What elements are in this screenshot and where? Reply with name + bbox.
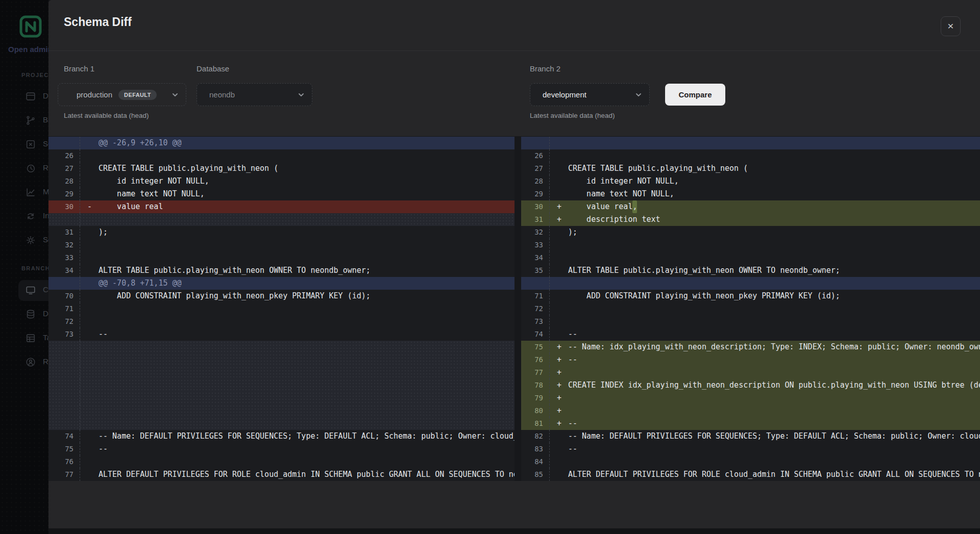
database-select[interactable]: neondb (197, 83, 312, 106)
diff-marker (557, 315, 568, 328)
hunk-text (550, 137, 980, 149)
line-number: 32 (48, 239, 80, 251)
sidebar-section-branches: BRANCHES (21, 265, 48, 271)
sidebar-item-databases[interactable]: Databases (0, 302, 48, 326)
diff-placeholder-row (48, 366, 514, 379)
sidebar-item-monitoring[interactable]: Monitoring (0, 181, 48, 205)
schema-diff-modal: Schema Diff × Branch 1 production DEFAUL… (48, 0, 980, 528)
dashboard-icon (25, 91, 36, 102)
line-number: 73 (521, 315, 550, 328)
sidebar-item-computes[interactable]: Computes (0, 278, 48, 302)
code-line (80, 392, 514, 404)
diff-marker (87, 468, 99, 481)
code-line: + value real, (550, 200, 980, 213)
line-number: 26 (48, 149, 80, 162)
diff-row: 31+ description text (521, 213, 980, 226)
line-number: 77 (521, 366, 550, 379)
line-number: 31 (48, 226, 80, 239)
code-line (80, 379, 514, 392)
line-number: 30 (48, 200, 80, 213)
sidebar-item-sql-editor[interactable]: SQL Editor (0, 133, 48, 157)
code-text: name text NOT NULL, (568, 188, 674, 200)
sidebar-item-settings[interactable]: Settings (0, 228, 48, 252)
code-text: ALTER DEFAULT PRIVILEGES FOR ROLE cloud_… (99, 468, 514, 481)
diff-row: 27CREATE TABLE public.playing_with_neon … (48, 162, 514, 175)
code-line: -- (550, 328, 980, 341)
line-number: 84 (521, 455, 550, 468)
diff-marker: + (557, 341, 568, 353)
code-line: +-- Name: idx_playing_with_neon_descript… (550, 341, 980, 353)
diff-placeholder-row (48, 379, 514, 392)
diff-marker: + (557, 200, 568, 213)
code-line (80, 404, 514, 417)
diff-row: 29 name text NOT NULL, (521, 188, 980, 200)
line-number (48, 353, 80, 366)
code-line: ADD CONSTRAINT playing_with_neon_pkey PR… (550, 290, 980, 302)
code-line (550, 251, 980, 264)
line-number: 71 (48, 302, 80, 315)
diff-row: 70 ADD CONSTRAINT playing_with_neon_pkey… (48, 290, 514, 302)
sidebar-item-dashboard[interactable]: Dashboard (0, 85, 48, 109)
line-number: 75 (521, 341, 550, 353)
chevron-down-icon (298, 91, 305, 98)
line-number: 29 (521, 188, 550, 200)
code-text: value real (568, 200, 632, 213)
sidebar-item-integrations[interactable]: Integrations (0, 205, 48, 228)
code-line (550, 315, 980, 328)
diff-marker (557, 430, 568, 443)
line-number: 27 (48, 162, 80, 175)
code-text: value real (99, 200, 163, 213)
line-number: 72 (521, 302, 550, 315)
diff-row: 26 (521, 149, 980, 162)
modal-header: Schema Diff × (48, 0, 980, 51)
diff-row: 80+ (521, 404, 980, 417)
databases-icon (25, 309, 36, 320)
neon-logo[interactable] (19, 15, 42, 38)
diff-row: 27CREATE TABLE public.playing_with_neon … (521, 162, 980, 175)
line-number (48, 417, 80, 430)
sql-editor-icon (25, 139, 36, 150)
diff-row: 77+ (521, 366, 980, 379)
diff-row: 28 id integer NOT NULL, (521, 175, 980, 188)
hunk-text (550, 277, 980, 290)
sidebar-item-label: Integrations (43, 211, 48, 220)
diff-placeholder-row (48, 392, 514, 404)
diff-placeholder-row (48, 353, 514, 366)
diff-row: 71 ADD CONSTRAINT playing_with_neon_pkey… (521, 290, 980, 302)
close-button[interactable]: × (941, 16, 961, 36)
code-text: -- (99, 328, 108, 341)
diff-marker (87, 239, 99, 251)
code-text: -- Name: DEFAULT PRIVILEGES FOR SEQUENCE… (568, 430, 980, 443)
branch2-meta: Latest available data (head) (530, 112, 615, 119)
compare-button[interactable]: Compare (665, 84, 725, 106)
sidebar-item-label: Tables (43, 333, 48, 342)
line-number (48, 277, 80, 290)
diff-row: 30- value real (48, 200, 514, 213)
diff-marker (87, 443, 99, 455)
sidebar-item-roles[interactable]: Roles (0, 350, 48, 374)
code-text: -- (568, 328, 577, 341)
diff-marker (87, 175, 99, 188)
diff-marker (557, 468, 568, 481)
diff-marker (557, 226, 568, 239)
code-line: ALTER TABLE public.playing_with_neon OWN… (550, 264, 980, 277)
branch1-select[interactable]: production DEFAULT (58, 83, 186, 106)
sidebar-item-restore[interactable]: Restore (0, 157, 48, 181)
code-line: +-- (550, 353, 980, 366)
code-line (80, 149, 514, 162)
diff-row: 31); (48, 226, 514, 239)
open-admin-link[interactable]: Open admin (8, 45, 48, 54)
code-text: id integer NOT NULL, (568, 175, 679, 188)
diff-placeholder-row (48, 341, 514, 353)
line-number: 28 (48, 175, 80, 188)
diff-row: 33 (521, 239, 980, 251)
branch2-select[interactable]: development (530, 83, 650, 106)
diff-marker (87, 315, 99, 328)
code-line (80, 213, 514, 226)
line-number (521, 277, 550, 290)
code-line (550, 239, 980, 251)
line-number: 70 (48, 290, 80, 302)
sidebar-item-branches[interactable]: Branches (0, 109, 48, 133)
sidebar-item-tables[interactable]: Tables (0, 326, 48, 350)
code-line: ALTER TABLE public.playing_with_neon OWN… (80, 264, 514, 277)
